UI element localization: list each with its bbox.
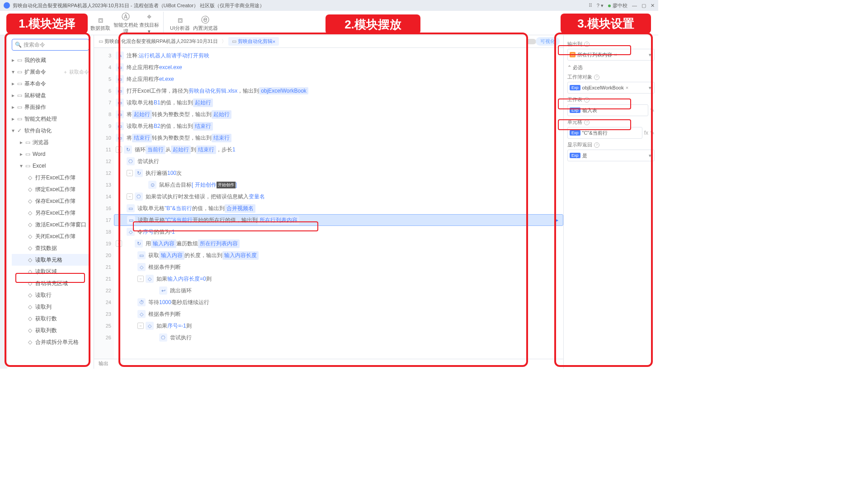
doc-button[interactable]: Ⓐ智能文档处理 [113,12,138,34]
prop-show-field[interactable]: Exp是▾ [567,150,655,161]
prop-sheet-field[interactable]: Exp输入表 [567,104,648,116]
tree-soft[interactable]: ▾✓软件自动化 [12,125,89,136]
tree-fav[interactable]: ▸▭我的收藏 [12,54,89,66]
crumb-2[interactable]: 化混合裂变视频RPA机器人2023年10月31日 [121,38,218,45]
selected-line[interactable]: ▭读取单元格 "C"&当前行 开始的所在行的值，输出到 所在行列表内容▶ [114,214,563,226]
search-icon: 🔍 [15,42,22,48]
tree-word[interactable]: ▸▭Word [12,148,89,160]
close-icon[interactable]: ✕ [651,3,655,9]
tree-e5[interactable]: ◇激活Excel工作簿窗口 [12,219,89,230]
prop-workbook-field[interactable]: ExpobjExcelWorkBook×▾ [567,82,655,94]
prop-sheet-label: 工作表? [567,96,655,103]
tree-e7[interactable]: ◇查找数据 [12,242,89,254]
help-icon[interactable]: ? ▾ [597,3,604,9]
clear-icon[interactable]: × [626,85,628,90]
tree-base[interactable]: ▸▭基本命令 [12,78,89,89]
tree-browser[interactable]: ▸▭浏览器 [12,136,89,148]
prop-required-section[interactable]: ⌃必选 [567,64,655,71]
breadcrumb: ▭剪映自 化混合裂变视频RPA机器人2023年10月31日 〉 ▭剪映自动化剪辑… [94,35,563,48]
tree-e4[interactable]: ◇另存Excel工作簿 [12,207,89,219]
tree-ext[interactable]: ▾▭扩展命令＋ 获取命令 [12,66,89,78]
properties-panel: 输出到? □所在行列表内容×▾ ⌃必选 工作簿对象? ExpobjExcelWo… [563,35,658,369]
output-tab[interactable]: 输出 [94,359,563,369]
fx-icon[interactable]: fx [644,130,648,136]
view-toggle[interactable] [526,39,536,44]
search-input[interactable]: 🔍搜索命令 [12,39,89,51]
command-sidebar: 🔍搜索命令 ▸▭我的收藏 ▾▭扩展命令＋ 获取命令 ▸▭基本命令 ▸▭鼠标键盘 … [7,35,94,369]
tree-e6[interactable]: ◇关闭Excel工作簿 [12,230,89,242]
tree-e13[interactable]: ◇获取行数 [12,313,89,324]
ui-analyzer-button[interactable]: ⧈UI分析器 [167,15,193,31]
edit-icon[interactable]: ✎ [650,107,655,113]
tree-doc[interactable]: ▸▭智能文档处理 [12,113,89,125]
left-strip [0,35,7,369]
tree-e14[interactable]: ◇获取列数 [12,324,89,336]
callout-2: 2.模块摆放 [326,14,420,34]
tree-ui[interactable]: ▸▭界面操作 [12,101,89,113]
tree-e2[interactable]: ◇绑定Excel工作簿 [12,183,89,195]
title-bar: 剪映自动化混合裂变视频RPA机器人2023年10月31日 - 流程创造者（UiB… [0,0,658,11]
tree-e3[interactable]: ◇保存Excel工作簿 [12,195,89,207]
visual-pill[interactable]: 可视化 [536,37,560,46]
tree-e11[interactable]: ◇读取行 [12,289,89,301]
scrape-button[interactable]: ⧈数据抓取 [88,15,113,31]
code-lines: ✎注释: 运行机器人前请手动打开剪映 ▭终止应用程序 excel.exe ▭终止… [114,48,563,359]
tree-e8[interactable]: ◇读取单元格 [12,254,89,266]
app-logo-icon [4,2,10,9]
browser-button[interactable]: ⓔ内置浏览器 [193,15,218,31]
callout-1: 1.模块选择 [6,14,88,33]
prop-output-field[interactable]: □所在行列表内容×▾ [567,49,655,61]
run-line-icon[interactable]: ▶ [554,217,558,223]
window-title: 剪映自动化混合裂变视频RPA机器人2023年10月31日 - 流程创造者（UiB… [13,2,264,9]
maximize-icon[interactable]: ▢ [642,3,646,9]
tree-e10[interactable]: ◇自动填充区域 [12,277,89,289]
minimize-icon[interactable]: — [632,3,637,8]
target-button[interactable]: ⌖查找目标 ▾ [138,12,164,34]
flow-editor: ▭剪映自 化混合裂变视频RPA机器人2023年10月31日 〉 ▭剪映自动化剪辑… [94,35,563,369]
prop-cell-field[interactable]: Exp"C"&当前行 [567,127,642,139]
clear-icon[interactable]: × [614,52,617,57]
chevron-down-icon[interactable]: ▾ [649,52,651,58]
tree-e9[interactable]: ◇读取区域 [12,266,89,277]
grid-icon[interactable]: ⠿ [589,3,592,9]
line-gutter: 3456789101112121314161718192021212224232… [94,48,114,359]
tree-mouse[interactable]: ▸▭鼠标键盘 [12,89,89,101]
crumb-3[interactable]: ▭剪映自动化剪辑 × [228,37,279,46]
tree-e15[interactable]: ◇合并或拆分单元格 [12,336,89,348]
prop-output-label: 输出到? [567,41,655,47]
callout-3: 3.模块设置 [561,14,651,33]
prop-show-label: 显示即返回? [567,141,655,148]
edit-icon[interactable]: ✎ [650,130,655,136]
chevron-down-icon[interactable]: ▾ [649,153,651,159]
chevron-down-icon[interactable]: ▾ [649,85,651,91]
tree-excel[interactable]: ▾▭Excel [12,160,89,172]
prop-workbook-label: 工作簿对象? [567,74,655,80]
tree-e1[interactable]: ◇打开Excel工作簿 [12,172,89,183]
user-label[interactable]: 廖中校 [608,2,627,9]
prop-cell-label: 单元格? [567,119,655,126]
tree-e12[interactable]: ◇读取列 [12,301,89,313]
crumb-1[interactable]: ▭剪映自 [99,38,119,45]
